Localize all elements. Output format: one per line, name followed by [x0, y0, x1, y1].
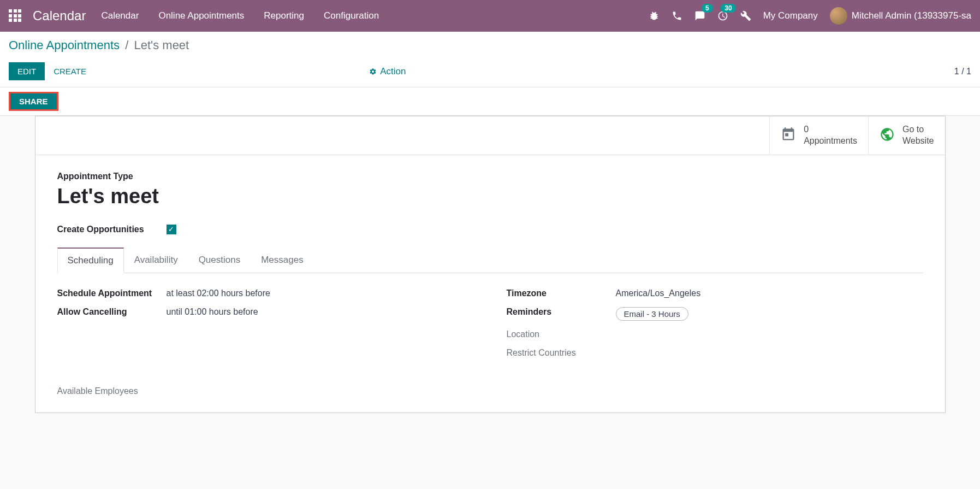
main-navbar: Calendar Calendar Online Appointments Re… [0, 0, 980, 32]
website-line2: Website [902, 135, 934, 147]
messages-badge: 5 [702, 4, 713, 13]
breadcrumb-separator: / [125, 38, 128, 52]
appointments-stat-button[interactable]: 0 Appointments [769, 116, 868, 155]
create-opportunities-checkbox[interactable]: ✓ [167, 225, 176, 234]
tools-icon[interactable] [740, 10, 751, 21]
timezone-value: America/Los_Angeles [616, 288, 701, 298]
action-dropdown[interactable]: Action [369, 66, 406, 77]
reminders-label: Reminders [507, 307, 616, 321]
page-title: Let's meet [57, 185, 923, 208]
calendar-icon [781, 127, 796, 144]
nav-reporting[interactable]: Reporting [259, 10, 308, 21]
available-employees-label: Available Employees [57, 386, 923, 396]
tab-questions[interactable]: Questions [188, 248, 251, 273]
tab-availability[interactable]: Availability [124, 248, 188, 273]
tab-content: Schedule Appointment at least 02:00 hour… [57, 273, 923, 373]
avatar [830, 7, 847, 25]
timezone-label: Timezone [507, 288, 616, 298]
user-name: Mitchell Admin (13933975-sa [852, 10, 971, 21]
status-bar: Share [0, 87, 980, 116]
create-button[interactable]: Create [45, 62, 95, 80]
tabs: Scheduling Availability Questions Messag… [57, 248, 923, 273]
countries-label: Restrict Countries [507, 348, 616, 358]
appointments-count: 0 [804, 124, 857, 135]
company-selector[interactable]: My Company [763, 10, 818, 21]
breadcrumb-parent[interactable]: Online Appointments [9, 38, 120, 52]
nav-calendar[interactable]: Calendar [97, 10, 143, 21]
action-label: Action [380, 66, 406, 77]
gear-icon [369, 68, 377, 75]
button-box: 0 Appointments Go to Website [35, 116, 945, 155]
share-button[interactable]: Share [9, 92, 58, 111]
debug-icon[interactable] [649, 10, 660, 21]
breadcrumb-current: Let's meet [134, 38, 189, 52]
breadcrumb: Online Appointments / Let's meet [9, 38, 971, 52]
control-panel: Online Appointments / Let's meet Edit Cr… [0, 32, 980, 87]
cancel-value: until 01:00 hours before [167, 307, 258, 317]
apps-icon[interactable] [9, 9, 22, 22]
nav-configuration[interactable]: Configuration [319, 10, 383, 21]
messages-icon[interactable]: 5 [694, 10, 705, 21]
tab-scheduling[interactable]: Scheduling [57, 248, 124, 273]
location-label: Location [507, 329, 616, 339]
app-brand[interactable]: Calendar [33, 8, 86, 23]
appointments-label: Appointments [804, 135, 857, 147]
edit-button[interactable]: Edit [9, 62, 45, 80]
schedule-label: Schedule Appointment [57, 288, 167, 298]
website-line1: Go to [902, 124, 934, 135]
nav-online-appointments[interactable]: Online Appointments [154, 10, 248, 21]
appointment-type-label: Appointment Type [57, 172, 923, 181]
website-stat-button[interactable]: Go to Website [868, 116, 945, 155]
form-sheet: 0 Appointments Go to Website Appointment… [35, 116, 946, 413]
phone-icon[interactable] [672, 10, 682, 21]
user-menu[interactable]: Mitchell Admin (13933975-sa [830, 7, 971, 25]
globe-icon [880, 127, 895, 144]
tab-messages[interactable]: Messages [251, 248, 313, 273]
cancel-label: Allow Cancelling [57, 307, 167, 317]
reminder-tag: Email - 3 Hours [616, 307, 688, 321]
activities-icon[interactable]: 30 [717, 10, 728, 21]
activities-badge: 30 [721, 4, 735, 13]
schedule-value: at least 02:00 hours before [167, 288, 270, 298]
create-opportunities-label: Create Opportunities [57, 225, 167, 234]
pager[interactable]: 1 / 1 [954, 67, 971, 76]
